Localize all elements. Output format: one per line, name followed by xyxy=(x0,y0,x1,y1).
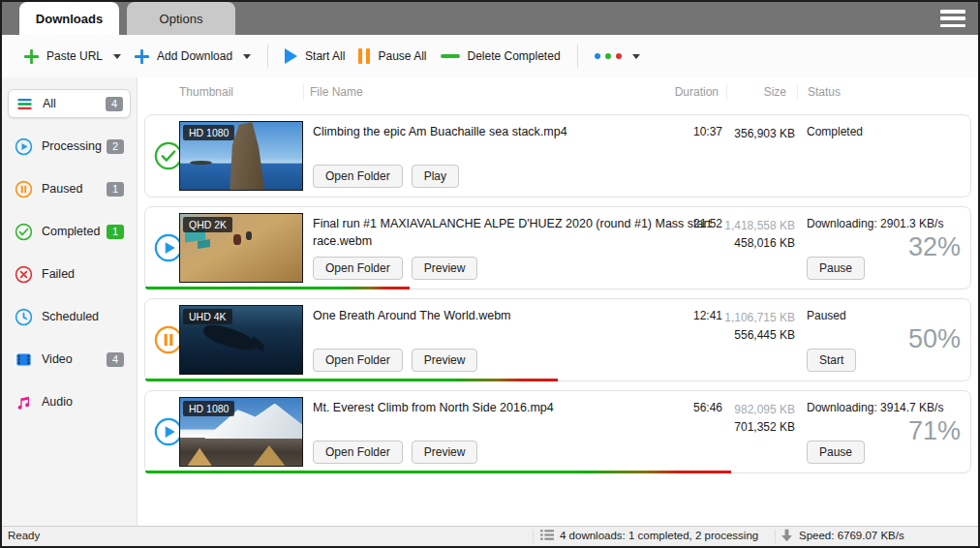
sidebar-item-paused[interactable]: Paused 1 xyxy=(8,174,131,203)
dots-menu-icon xyxy=(595,53,622,59)
status-text: Downloading: 3914.7 KB/s xyxy=(807,401,943,414)
sidebar-item-label: Completed xyxy=(42,225,100,238)
add-download-button[interactable]: Add Download xyxy=(128,44,258,70)
progress-percent: 50% xyxy=(908,324,961,354)
statusbar-separator xyxy=(533,530,534,543)
count-badge: 2 xyxy=(107,139,124,154)
clock-icon xyxy=(15,308,33,326)
statusbar-separator xyxy=(775,530,776,543)
tab-downloads[interactable]: Downloads xyxy=(19,2,119,35)
preview-button[interactable]: Preview xyxy=(412,441,478,464)
size-total: 1,106,715 KB xyxy=(710,309,795,326)
download-row[interactable]: HD 1080 Mt. Everest Climb from North Sid… xyxy=(144,390,971,473)
video-thumbnail-mtb-race[interactable]: QHD 2K xyxy=(179,213,303,283)
open-folder-button[interactable]: Open Folder xyxy=(313,441,403,464)
sidebar-item-label: All xyxy=(43,97,56,110)
delete-completed-label: Delete Completed xyxy=(468,49,561,63)
video-thumbnail-whale[interactable]: UHD 4K xyxy=(179,305,303,375)
downloads-summary-text: 4 downloads: 1 completed, 2 processing xyxy=(560,530,758,541)
app-window: Downloads Options Paste URL Add Download… xyxy=(0,0,980,548)
pause-button[interactable]: Pause xyxy=(807,441,865,464)
more-menu-button[interactable] xyxy=(588,47,647,65)
paste-url-label: Paste URL xyxy=(46,49,103,63)
delete-completed-button[interactable]: Delete Completed xyxy=(434,44,567,69)
tab-options[interactable]: Options xyxy=(127,2,235,35)
pause-button[interactable]: Pause xyxy=(807,257,865,280)
column-separator xyxy=(303,84,304,100)
film-icon xyxy=(15,350,33,369)
sidebar-item-label: Failed xyxy=(42,267,75,281)
status-ready-text: Ready xyxy=(8,530,40,541)
pause-all-button[interactable]: Pause All xyxy=(352,43,433,70)
video-thumbnail-sea-stack[interactable]: HD 1080 xyxy=(179,121,303,191)
sidebar-item-completed[interactable]: Completed 1 xyxy=(8,217,131,246)
quality-badge: HD 1080 xyxy=(183,401,234,416)
sidebar-item-label: Scheduled xyxy=(42,310,99,323)
size-downloaded: 458,016 KB xyxy=(710,234,795,252)
open-folder-button[interactable]: Open Folder xyxy=(313,349,403,372)
chevron-down-icon xyxy=(113,54,121,59)
cross-circle-icon xyxy=(15,265,33,284)
sidebar-item-all[interactable]: All 4 xyxy=(8,89,131,118)
progress-bar xyxy=(145,379,558,381)
plus-icon xyxy=(24,49,39,64)
chevron-down-icon xyxy=(632,54,640,59)
quality-badge: UHD 4K xyxy=(183,309,232,324)
sidebar-item-video[interactable]: Video 4 xyxy=(8,345,131,374)
downloads-summary: 4 downloads: 1 completed, 2 processing xyxy=(540,529,758,541)
size-cell: 1,106,715 KB 556,445 KB xyxy=(710,309,795,344)
quality-badge: HD 1080 xyxy=(183,125,234,140)
progress-percent: 71% xyxy=(908,416,961,446)
download-row[interactable]: UHD 4K One Breath Around The World.webm … xyxy=(144,298,971,381)
sidebar-item-failed[interactable]: Failed xyxy=(8,259,131,289)
download-row[interactable]: HD 1080 Climbing the epic Am Buachaille … xyxy=(144,114,971,198)
sidebar-item-processing[interactable]: Processing 2 xyxy=(8,132,131,161)
pause-circle-icon xyxy=(15,180,33,198)
column-header-status: Status xyxy=(808,85,841,99)
count-badge: 1 xyxy=(107,225,124,239)
colored-list-icon xyxy=(15,95,34,113)
list-icon xyxy=(540,529,554,541)
status-text: Paused xyxy=(807,309,846,322)
toolbar-separator xyxy=(577,45,578,68)
play-icon xyxy=(285,48,297,64)
sidebar-item-label: Video xyxy=(42,352,73,366)
menu-icon[interactable] xyxy=(940,10,965,27)
count-badge: 1 xyxy=(107,182,124,197)
sidebar-item-audio[interactable]: Audio xyxy=(8,387,131,416)
check-circle-icon xyxy=(15,223,33,241)
tab-downloads-label: Downloads xyxy=(36,12,103,26)
size-total: 982,095 KB xyxy=(710,401,795,418)
music-note-icon xyxy=(15,393,33,411)
size-total: 1,418,558 KB xyxy=(710,217,795,234)
sidebar-item-scheduled[interactable]: Scheduled xyxy=(8,302,131,331)
column-header-thumbnail: Thumbnail xyxy=(179,85,233,99)
status-text: Downloading: 2901.3 KB/s xyxy=(807,217,943,230)
count-badge: 4 xyxy=(107,352,124,367)
size-downloaded: 556,445 KB xyxy=(710,326,795,344)
download-row[interactable]: QHD 2K Final run #1 MAXIAVALANCHE ALPE D… xyxy=(144,206,971,289)
pause-all-label: Pause All xyxy=(378,49,426,63)
toolbar-separator xyxy=(267,45,268,68)
preview-button[interactable]: Preview xyxy=(412,257,478,280)
start-all-label: Start All xyxy=(305,49,345,63)
plus-icon xyxy=(135,49,149,64)
paste-url-button[interactable]: Paste URL xyxy=(17,44,128,70)
progress-percent: 32% xyxy=(908,232,961,262)
speed-indicator: Speed: 6769.07 KB/s xyxy=(781,529,904,542)
column-separator xyxy=(797,84,798,100)
play-circle-icon xyxy=(15,137,33,156)
statusbar: Ready 4 downloads: 1 completed, 2 proces… xyxy=(2,526,978,546)
size-total: 356,903 KB xyxy=(710,125,795,142)
play-button[interactable]: Play xyxy=(412,165,459,188)
size-cell: 356,903 KB xyxy=(710,125,795,142)
open-folder-button[interactable]: Open Folder xyxy=(313,257,403,280)
column-header-file-name: File Name xyxy=(310,85,363,99)
preview-button[interactable]: Preview xyxy=(412,349,478,372)
video-thumbnail-everest[interactable]: HD 1080 xyxy=(179,397,303,467)
start-button[interactable]: Start xyxy=(807,349,856,372)
start-all-button[interactable]: Start All xyxy=(278,43,352,70)
sidebar-item-label: Audio xyxy=(42,395,73,409)
open-folder-button[interactable]: Open Folder xyxy=(313,165,403,188)
speed-text: Speed: 6769.07 KB/s xyxy=(799,530,904,541)
